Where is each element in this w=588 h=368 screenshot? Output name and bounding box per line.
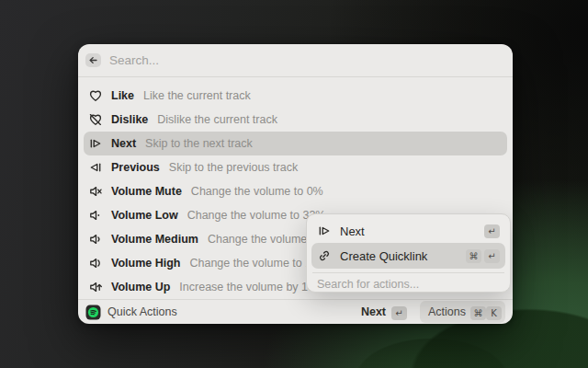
action-item-selected[interactable]: Create Quicklink ⌘↵ (311, 243, 505, 269)
list-item[interactable]: Volume Mute Change the volume to 0% (84, 179, 507, 203)
actions-button-label: Actions (428, 305, 466, 318)
heart-icon (88, 88, 103, 103)
actions-button[interactable]: Actions ⌘K (420, 301, 505, 323)
actions-search-input[interactable] (311, 273, 505, 295)
skip-forward-icon (317, 224, 332, 238)
back-button[interactable] (85, 53, 101, 67)
search-input[interactable] (109, 53, 503, 67)
actions-popup-list: Next ↵ Create Quicklink ⌘↵ (311, 219, 505, 269)
key-cmd: ⌘ (470, 306, 486, 320)
key-return: ↵ (484, 249, 500, 263)
volume-up-icon (88, 280, 103, 294)
volume-medium-icon (88, 232, 103, 247)
skip-forward-icon (88, 136, 103, 151)
skip-back-icon (88, 160, 103, 175)
actions-popup: Next ↵ Create Quicklink ⌘↵ (306, 213, 511, 293)
arrow-left-icon (88, 55, 98, 65)
footer-bar: Quick Actions Next ↵ Actions ⌘K (78, 299, 513, 324)
list-item[interactable]: Like Like the current track (84, 84, 507, 108)
command-palette-window: Like Like the current track Dislike Disl… (78, 44, 513, 324)
link-icon (317, 248, 332, 263)
heart-off-icon (88, 112, 103, 127)
volume-mute-icon (88, 184, 103, 199)
volume-low-icon (88, 208, 103, 223)
actions-button-keys: ⌘K (470, 304, 502, 320)
primary-action-keys: ↵ (391, 304, 407, 320)
action-item[interactable]: Next ↵ (311, 219, 505, 243)
key-return: ↵ (484, 224, 500, 238)
primary-action-button[interactable]: Next ↵ (361, 304, 407, 320)
spotify-icon (85, 305, 101, 320)
list-item[interactable]: Dislike Dislike the current track (84, 108, 507, 132)
list-item[interactable]: Previous Skip to the previous track (84, 155, 507, 179)
list-item-selected[interactable]: Next Skip to the next track (84, 132, 507, 155)
primary-action-label: Next (361, 305, 386, 318)
search-bar (78, 44, 513, 76)
key-return: ↵ (391, 306, 407, 320)
key-k: K (486, 306, 502, 320)
footer-title: Quick Actions (107, 305, 177, 318)
volume-high-icon (88, 256, 103, 270)
key-cmd: ⌘ (466, 249, 481, 263)
